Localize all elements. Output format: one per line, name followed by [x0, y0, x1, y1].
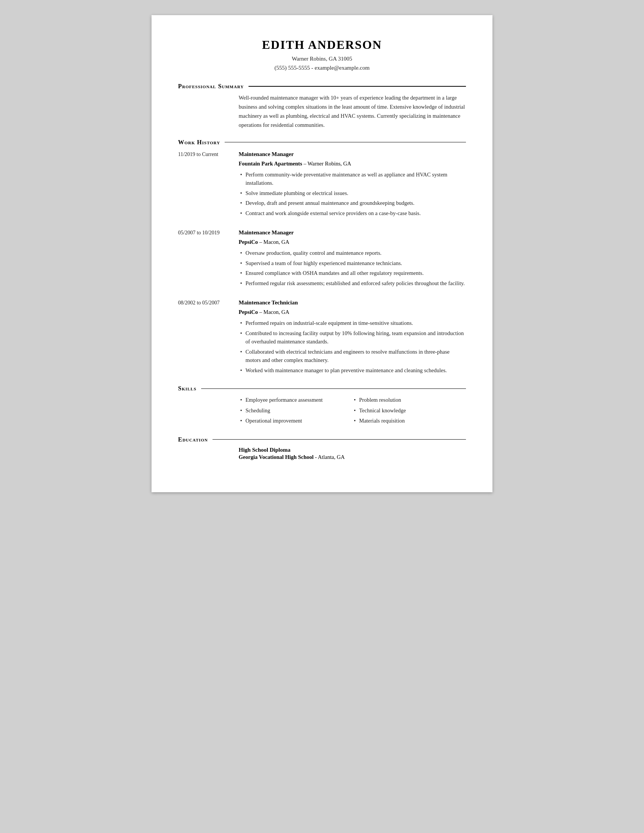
- job-3-date: 08/2002 to 05/2007: [178, 298, 239, 376]
- job-2-bullet-3: Ensured compliance with OSHA mandates an…: [239, 269, 466, 277]
- education-section: Education High School Diploma Georgia Vo…: [178, 436, 466, 460]
- professional-summary-text: Well-rounded maintenance manager with 10…: [239, 93, 466, 130]
- skills-right-col: Problem resolution Technical knowledge M…: [352, 396, 466, 427]
- job-1-bullets: Perform community-wide preventative main…: [239, 170, 466, 217]
- job-1-bullet-4: Contract and work alongside external ser…: [239, 209, 466, 217]
- job-3-bullet-3: Collaborated with electrical technicians…: [239, 347, 466, 365]
- job-1-bullet-1: Perform community-wide preventative main…: [239, 170, 466, 187]
- skills-right-list: Problem resolution Technical knowledge M…: [352, 396, 466, 425]
- job-2-company: PepsiCo – Macon, GA: [239, 238, 466, 246]
- candidate-contact: (555) 555-5555 - example@example.com: [178, 63, 466, 72]
- skill-3: Operational improvement: [239, 416, 352, 425]
- job-1-date: 11/2019 to Current: [178, 150, 239, 219]
- professional-summary-body: Well-rounded maintenance manager with 10…: [178, 93, 466, 130]
- candidate-name: Edith Anderson: [178, 38, 466, 52]
- job-3-bullet-1: Performed repairs on industrial-scale eq…: [239, 319, 466, 327]
- work-history-header: Work History: [178, 139, 466, 146]
- job-2-bullets: Oversaw production, quality control and …: [239, 249, 466, 287]
- work-history-title: Work History: [178, 139, 225, 146]
- job-3-bullet-2: Contributed to increasing facility outpu…: [239, 329, 466, 346]
- job-2-bullet-4: Performed regular risk assessments; esta…: [239, 279, 466, 287]
- job-1: 11/2019 to Current Maintenance Manager F…: [178, 150, 466, 219]
- job-2-bullet-2: Supervised a team of four highly experie…: [239, 259, 466, 267]
- job-3-company: PepsiCo – Macon, GA: [239, 308, 466, 317]
- job-1-title: Maintenance Manager: [239, 150, 466, 159]
- skills-section: Skills Employee performance assessment S…: [178, 385, 466, 427]
- skills-left-list: Employee performance assessment Scheduli…: [239, 396, 352, 425]
- professional-summary-divider: [248, 86, 466, 87]
- skills-header: Skills: [178, 385, 466, 392]
- skills-left-col: Employee performance assessment Scheduli…: [239, 396, 352, 427]
- skills-body: Employee performance assessment Scheduli…: [178, 396, 466, 427]
- job-1-bullet-2: Solve immediate plumbing or electrical i…: [239, 189, 466, 197]
- education-school: Georgia Vocational High School - Atlanta…: [239, 454, 466, 460]
- job-3-bullet-4: Worked with maintenance manager to plan …: [239, 366, 466, 375]
- skill-5: Technical knowledge: [352, 406, 466, 415]
- education-divider: [213, 439, 466, 440]
- job-1-details: Maintenance Manager Fountain Park Apartm…: [239, 150, 466, 219]
- skills-title: Skills: [178, 385, 201, 392]
- professional-summary-title: Professional Summary: [178, 83, 248, 90]
- education-body: High School Diploma Georgia Vocational H…: [178, 447, 466, 460]
- candidate-address: Warner Robins, GA 31005: [178, 54, 466, 63]
- work-history-divider: [225, 142, 466, 143]
- job-3-bullets: Performed repairs on industrial-scale eq…: [239, 319, 466, 375]
- skill-4: Problem resolution: [352, 396, 466, 404]
- skill-1: Employee performance assessment: [239, 396, 352, 404]
- job-1-bullet-3: Develop, draft and present annual mainte…: [239, 199, 466, 207]
- professional-summary-header: Professional Summary: [178, 83, 466, 90]
- skills-divider: [201, 389, 466, 389]
- resume-page: Edith Anderson Warner Robins, GA 31005 (…: [151, 15, 493, 492]
- resume-header: Edith Anderson Warner Robins, GA 31005 (…: [178, 38, 466, 72]
- skill-2: Scheduling: [239, 406, 352, 415]
- job-3-details: Maintenance Technician PepsiCo – Macon, …: [239, 298, 466, 376]
- job-2-title: Maintenance Manager: [239, 228, 466, 237]
- job-3-title: Maintenance Technician: [239, 298, 466, 307]
- education-title: Education: [178, 436, 213, 443]
- job-2: 05/2007 to 10/2019 Maintenance Manager P…: [178, 228, 466, 289]
- skill-6: Materials requisition: [352, 416, 466, 425]
- job-1-company: Fountain Park Apartments – Warner Robins…: [239, 159, 466, 168]
- skills-grid: Employee performance assessment Scheduli…: [239, 396, 466, 427]
- job-2-bullet-1: Oversaw production, quality control and …: [239, 249, 466, 257]
- work-history-section: Work History 11/2019 to Current Maintena…: [178, 139, 466, 376]
- job-3: 08/2002 to 05/2007 Maintenance Technicia…: [178, 298, 466, 376]
- job-2-date: 05/2007 to 10/2019: [178, 228, 239, 289]
- education-header: Education: [178, 436, 466, 443]
- job-2-details: Maintenance Manager PepsiCo – Macon, GA …: [239, 228, 466, 289]
- professional-summary-section: Professional Summary Well-rounded mainte…: [178, 83, 466, 130]
- education-degree: High School Diploma: [239, 447, 466, 453]
